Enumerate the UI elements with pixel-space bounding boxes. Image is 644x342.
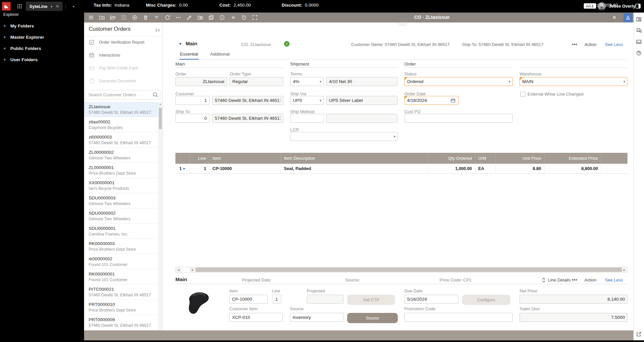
sales-disc-field[interactable] (520, 313, 627, 322)
app-launcher-icon[interactable] (17, 4, 22, 9)
close-tab-icon[interactable]: ✕ (56, 4, 59, 9)
expand-plus-icon[interactable]: + (3, 46, 6, 51)
action-menu[interactable]: Action (584, 42, 596, 47)
filter-icon[interactable] (154, 15, 160, 21)
order-list-item[interactable]: PRT0000009 57460 Dewitt St, Elkhart IN 4… (84, 315, 158, 330)
ship-to-address-field[interactable] (212, 114, 283, 123)
history-icon[interactable] (241, 15, 247, 21)
scroll-up-icon[interactable]: ▲ (158, 103, 162, 106)
external-whse-checkbox[interactable] (520, 92, 525, 97)
line-field[interactable] (272, 295, 281, 304)
order-list-item[interactable]: PrTC000021 57460 Dewitt St, Elkhart IN 4… (84, 284, 158, 300)
grid-header-extended-price[interactable]: Extended Price (544, 153, 601, 164)
customer-number-field[interactable] (175, 96, 209, 105)
scroll-left-icon[interactable]: ◂ (189, 267, 195, 272)
inbox-icon[interactable] (636, 39, 642, 45)
messages-icon[interactable] (636, 28, 642, 33)
detail-see-less-link[interactable]: See Less (605, 278, 623, 282)
due-date-field[interactable] (404, 295, 458, 304)
list-scrollbar[interactable]: ▲ (158, 102, 162, 330)
net-price-field[interactable] (520, 295, 627, 304)
see-less-link[interactable]: See Less (605, 42, 623, 47)
order-type-field[interactable] (230, 77, 283, 86)
menu-icon[interactable] (88, 15, 94, 21)
menu-item-pay-with-credit-card[interactable]: Pay With Credit Card (89, 64, 138, 72)
projected-field[interactable] (307, 295, 344, 304)
find-record-icon[interactable] (197, 15, 203, 21)
explorer-folder-item[interactable]: + Public Folders (3, 46, 44, 51)
collapse-left-icon[interactable] (230, 15, 236, 21)
warehouse-select[interactable]: MAIN▾ (520, 77, 627, 86)
user-fields-button[interactable] (623, 13, 632, 22)
scrollbar-thumb[interactable] (159, 108, 162, 129)
session-tab-syteline[interactable]: SyteLine ▾ ✕ (26, 2, 63, 11)
delete-icon[interactable] (143, 15, 149, 21)
chevron-down-icon[interactable]: ▾ (51, 5, 52, 8)
grid-data-row[interactable]: 1▸ 1 CP-10000 Seat, Padded 1,000.00 EA 8… (175, 164, 627, 174)
info-icon[interactable] (219, 15, 225, 21)
grid-header-unit-price[interactable]: Unit Price (495, 153, 544, 164)
infor-logo-icon[interactable] (2, 2, 11, 11)
open-external-icon[interactable] (636, 331, 642, 337)
grid-header-item[interactable]: Item (209, 153, 281, 164)
get-ctp-button[interactable]: Get CTP (347, 295, 395, 305)
terms-description-field[interactable] (326, 77, 397, 86)
save-icon[interactable] (121, 15, 127, 21)
ship-method-description-field[interactable] (326, 114, 397, 123)
collapse-panel-icon[interactable] (155, 27, 161, 33)
promotion-code-field[interactable] (404, 313, 513, 322)
ship-via-select[interactable]: UPS▾ (290, 96, 324, 105)
search-input[interactable] (86, 92, 153, 97)
grid-header-um[interactable]: U/M (475, 153, 495, 164)
order-list-item[interactable]: SDU0000002 Gilmore Two Wheelers (84, 208, 158, 224)
collapse-handle[interactable] (398, 22, 407, 26)
explorer-folder-item[interactable]: + Master Explorer (3, 34, 44, 40)
expand-plus-icon[interactable]: + (3, 57, 6, 62)
order-list-item[interactable]: PRT0000010 Price Brothers Dept Store (84, 300, 158, 315)
context-apps-icon[interactable] (636, 17, 642, 22)
new-session-chevron-icon[interactable]: ▾ (73, 5, 74, 8)
open-folder-icon[interactable] (110, 15, 116, 21)
customer-item-field[interactable] (229, 313, 283, 322)
tab-additional[interactable]: Additional (209, 52, 230, 60)
cust-po-field[interactable] (404, 114, 513, 123)
horizontal-scrollbar[interactable]: ◂ ◂ ▸ (175, 267, 627, 273)
open-in-new-folder-icon[interactable] (99, 15, 105, 21)
window-close-icon[interactable]: ✕ (612, 14, 617, 21)
order-list-item[interactable]: zltax00002 Claymore Bicycles (84, 117, 158, 132)
lcr-select[interactable]: ▾ (290, 132, 398, 141)
ship-to-number-field[interactable] (175, 114, 209, 123)
menu-item-order-verification-report[interactable]: Order Verification Report (89, 38, 145, 46)
order-list-item[interactable]: SDU0000001 Carolina Frames, Inc. (84, 224, 158, 239)
customer-address-field[interactable] (212, 96, 283, 105)
source-field[interactable] (290, 313, 344, 322)
order-date-field[interactable]: 4/18/2024 (404, 96, 458, 105)
source-button[interactable]: Source (347, 313, 398, 323)
grid-header-qty[interactable]: Qty Ordered (428, 153, 475, 164)
explorer-folder-item[interactable]: + My Folders (3, 23, 44, 28)
detail-more-icon[interactable]: ••• (572, 277, 577, 282)
help-icon[interactable] (636, 50, 642, 56)
item-field[interactable] (229, 295, 268, 304)
header-more-icon[interactable]: ••• (572, 42, 577, 47)
order-list-item[interactable]: RK00000001 Found 101 Customer (84, 269, 158, 284)
order-list-item[interactable]: XX00000001 Ian's Bicycle Products (84, 178, 158, 193)
copy-icon[interactable] (208, 15, 214, 21)
detail-action-menu[interactable]: Action (584, 278, 596, 282)
edit-icon[interactable] (186, 15, 192, 21)
panel-toggle-icon[interactable] (635, 4, 641, 9)
order-list-item[interactable]: rk00000002 Found 101 Customer (84, 254, 158, 269)
tab-essential[interactable]: Essential (179, 52, 199, 60)
ship-via-description-field[interactable] (326, 96, 397, 105)
line-details-link[interactable]: Line Details (548, 278, 571, 282)
hscrollbar-thumb[interactable] (196, 268, 622, 272)
menu-item-generate-document[interactable]: Generate Document (89, 77, 136, 85)
sort-line-details-icon[interactable] (541, 277, 546, 282)
order-list-item[interactable]: ZL00000001 Price Brothers Dept Store (84, 163, 158, 178)
expand-plus-icon[interactable]: + (3, 34, 6, 40)
collapse-section-icon[interactable]: ▼ (179, 42, 182, 46)
terms-select[interactable]: 4%▾ (290, 77, 324, 86)
order-list-item[interactable]: SDU0000003 Gilmore Two Wheelers (84, 193, 158, 208)
order-list-item[interactable]: ZLtaxissue 57460 Dewitt St, Elkhart IN 4… (84, 102, 158, 117)
order-list-item[interactable]: zl00000003 57460 Dewitt St, Elkhart IN 4… (84, 132, 158, 148)
